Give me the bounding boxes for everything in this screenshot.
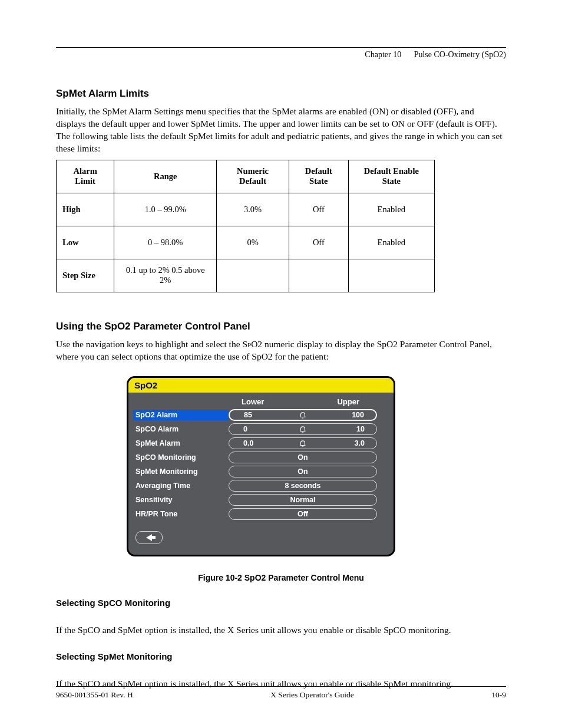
- back-button[interactable]: [135, 531, 163, 544]
- label-hrpr-tone[interactable]: HR/PR Tone: [135, 510, 229, 518]
- section-title-spmet-limits: SpMet Alarm Limits: [56, 88, 506, 100]
- cell-low-numdef: 0%: [217, 226, 289, 259]
- row-spmet-monitoring: SpMet Monitoring On: [135, 465, 377, 478]
- bell-icon: [299, 425, 307, 433]
- label-spo2-alarm[interactable]: SpO2 Alarm: [133, 410, 229, 420]
- spo2-lower: 85: [244, 411, 252, 419]
- cell-high-label: High: [57, 193, 114, 226]
- hrpr-value: Off: [297, 510, 308, 518]
- spmet-mon-value: On: [297, 467, 308, 476]
- cell-high-enable: Enabled: [348, 193, 434, 226]
- subheading-spmet-monitoring: Selecting SpMet Monitoring: [56, 651, 506, 661]
- field-averaging-time[interactable]: 8 seconds: [229, 480, 377, 492]
- field-spo2-alarm[interactable]: 85 100: [229, 409, 377, 421]
- label-spmet-monitoring[interactable]: SpMet Monitoring: [135, 467, 229, 476]
- col-upper: Upper: [337, 397, 359, 406]
- row-sensitivity: Sensitivity Normal: [135, 493, 377, 506]
- spmet-upper: 3.0: [355, 439, 365, 447]
- th-default-state: Default State: [289, 160, 348, 193]
- row-averaging-time: Averaging Time 8 seconds: [135, 479, 377, 492]
- cell-high-state: Off: [289, 193, 348, 226]
- spmet-intro: Initially, the SpMet Alarm Settings menu…: [56, 106, 506, 155]
- table-row: High 1.0 – 99.0% 3.0% Off Enabled: [57, 193, 435, 226]
- spco-upper: 10: [356, 425, 365, 433]
- bell-icon: [299, 439, 307, 447]
- th-numeric-default: Numeric Default: [217, 160, 289, 193]
- row-spco-monitoring: SpCO Monitoring On: [135, 451, 377, 464]
- label-spmet-alarm[interactable]: SpMet Alarm: [135, 439, 229, 447]
- row-spo2-alarm: SpO2 Alarm 85 100: [135, 409, 377, 421]
- arrow-left-icon: [146, 534, 152, 541]
- table-row: Step Size 0.1 up to 2% 0.5 above 2%: [57, 259, 435, 292]
- cell-low-enable: Enabled: [348, 226, 434, 259]
- row-spco-alarm: SpCO Alarm 0 10: [135, 423, 377, 436]
- spmet-lower: 0.0: [243, 439, 253, 447]
- th-alarm-limit: Alarm Limit: [57, 160, 114, 193]
- section-title-using-control-panel: Using the SpO2 Parameter Control Panel: [56, 321, 506, 332]
- panel-title: SpO2: [128, 378, 394, 393]
- footer-doc-title: X Series Operator's Guide: [270, 690, 354, 700]
- averaging-value: 8 seconds: [285, 482, 320, 490]
- spco-mon-value: On: [297, 453, 308, 462]
- bell-icon: [299, 411, 307, 419]
- table-row: Low 0 – 98.0% 0% Off Enabled: [57, 226, 435, 259]
- th-range: Range: [114, 160, 217, 193]
- label-averaging-time[interactable]: Averaging Time: [135, 482, 229, 490]
- control-panel-intro: Use the navigation keys to highlight and…: [56, 338, 506, 363]
- label-spco-alarm[interactable]: SpCO Alarm: [135, 425, 229, 433]
- th-default-enable: Default Enable State: [348, 160, 434, 193]
- field-spmet-monitoring[interactable]: On: [229, 466, 377, 477]
- panel-column-headers: Lower Upper: [242, 397, 359, 406]
- spo2-parameter-control-panel: SpO2 Lower Upper SpO2 Alarm 85 100 SpCO …: [127, 376, 395, 556]
- field-spco-alarm[interactable]: 0 10: [229, 423, 377, 435]
- row-hrpr-tone: HR/PR Tone Off: [135, 508, 377, 521]
- field-sensitivity[interactable]: Normal: [229, 494, 377, 506]
- cell-high-numdef: 3.0%: [217, 193, 289, 226]
- field-spmet-alarm[interactable]: 0.0 3.0: [229, 437, 377, 449]
- chapter-label: Chapter 10: [365, 50, 401, 59]
- col-lower: Lower: [242, 397, 264, 406]
- spmet-limits-table: Alarm Limit Range Numeric Default Defaul…: [56, 160, 435, 292]
- footer-page-number: 10-9: [491, 690, 506, 700]
- text-spco-monitoring: If the SpCO and SpMet option is installe…: [56, 624, 506, 637]
- label-sensitivity[interactable]: Sensitivity: [135, 496, 229, 504]
- subheading-spco-monitoring: Selecting SpCO Monitoring: [56, 598, 506, 608]
- label-spco-monitoring[interactable]: SpCO Monitoring: [135, 453, 229, 462]
- cell-low-label: Low: [57, 226, 114, 259]
- page-footer: 9650-001355-01 Rev. H X Series Operator'…: [56, 686, 506, 700]
- field-spco-monitoring[interactable]: On: [229, 452, 377, 463]
- figure-caption: Figure 10-2 SpO2 Parameter Control Menu: [56, 573, 506, 582]
- cell-step-label: Step Size: [57, 259, 114, 292]
- cell-step-val: 0.1 up to 2% 0.5 above 2%: [114, 259, 217, 292]
- row-spmet-alarm: SpMet Alarm 0.0 3.0: [135, 437, 377, 450]
- header-divider: [56, 47, 506, 48]
- section-label: Pulse CO-Oximetry (SpO2): [414, 50, 506, 59]
- page-header-right: Chapter 10 Pulse CO-Oximetry (SpO2): [56, 50, 506, 60]
- field-hrpr-tone[interactable]: Off: [229, 508, 377, 520]
- spco-lower: 0: [243, 425, 247, 433]
- sensitivity-value: Normal: [290, 496, 315, 504]
- cell-low-range: 0 – 98.0%: [114, 226, 217, 259]
- cell-high-range: 1.0 – 99.0%: [114, 193, 217, 226]
- spo2-upper: 100: [352, 411, 364, 419]
- cell-low-state: Off: [289, 226, 348, 259]
- footer-doc-id: 9650-001355-01 Rev. H: [56, 690, 133, 700]
